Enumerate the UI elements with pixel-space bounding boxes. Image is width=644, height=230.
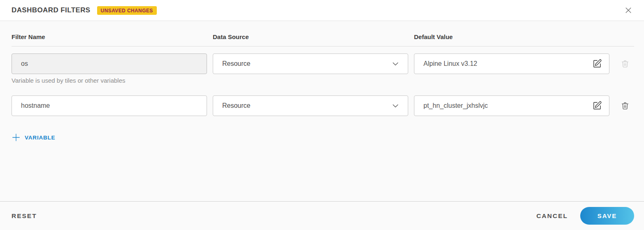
reset-button[interactable]: RESET	[12, 212, 37, 220]
column-header-data-source: Data Source	[213, 33, 408, 46]
filter-name-input-hostname[interactable]	[12, 95, 207, 116]
header-divider	[12, 46, 634, 46]
trash-icon	[621, 101, 630, 110]
data-source-select-hostname[interactable]: Resource	[213, 95, 408, 116]
unsaved-changes-badge: UNSAVED CHANGES	[97, 6, 157, 15]
data-source-select-os[interactable]: Resource	[213, 53, 408, 74]
chevron-down-icon	[391, 102, 400, 110]
filter-row-hostname: Resource pt_hn_cluster_jxhslvjc	[0, 95, 644, 116]
delete-row-button-os	[615, 53, 635, 74]
filter-name-input-os	[12, 53, 207, 74]
data-source-value: Resource	[222, 102, 250, 109]
default-value-text: Alpine Linux v3.12	[423, 60, 477, 67]
edit-icon	[592, 100, 602, 111]
cancel-button[interactable]: CANCEL	[536, 212, 568, 220]
column-header-default-value: Default Value	[414, 33, 609, 46]
close-icon	[624, 6, 632, 14]
plus-icon	[12, 133, 21, 142]
dialog-body: Filter Name Data Source Default Value Re…	[0, 21, 644, 201]
dialog-title: DASHBOARD FILTERS	[12, 6, 91, 14]
variable-in-use-helper-text: Variable is used by tiles or other varia…	[0, 74, 644, 84]
delete-row-button-hostname[interactable]	[615, 95, 635, 116]
default-value-text: pt_hn_cluster_jxhslvjc	[423, 102, 488, 109]
column-header-filter-name: Filter Name	[12, 33, 207, 46]
dialog-footer: RESET CANCEL SAVE	[0, 201, 644, 230]
table-row: Resource Alpine Linux v3.12	[0, 53, 644, 74]
close-button[interactable]	[623, 5, 634, 16]
edit-icon	[592, 58, 602, 69]
add-variable-button[interactable]: VARIABLE	[12, 133, 55, 142]
default-value-box-hostname: pt_hn_cluster_jxhslvjc	[414, 95, 609, 116]
row-spacer	[0, 84, 644, 95]
edit-default-value-button[interactable]	[591, 58, 603, 70]
column-header-row: Filter Name Data Source Default Value	[0, 33, 644, 46]
dashboard-filters-dialog: DASHBOARD FILTERS UNSAVED CHANGES Filter…	[0, 0, 644, 230]
trash-icon	[621, 59, 630, 68]
chevron-down-icon	[391, 60, 400, 68]
add-variable-label: VARIABLE	[25, 135, 55, 141]
default-value-box-os: Alpine Linux v3.12	[414, 53, 609, 74]
data-source-value: Resource	[222, 60, 250, 67]
dialog-header: DASHBOARD FILTERS UNSAVED CHANGES	[0, 0, 644, 21]
filter-row-os: Resource Alpine Linux v3.12	[0, 53, 644, 84]
table-row: Resource pt_hn_cluster_jxhslvjc	[0, 95, 644, 116]
save-button[interactable]: SAVE	[580, 207, 634, 225]
edit-default-value-button[interactable]	[591, 100, 603, 112]
